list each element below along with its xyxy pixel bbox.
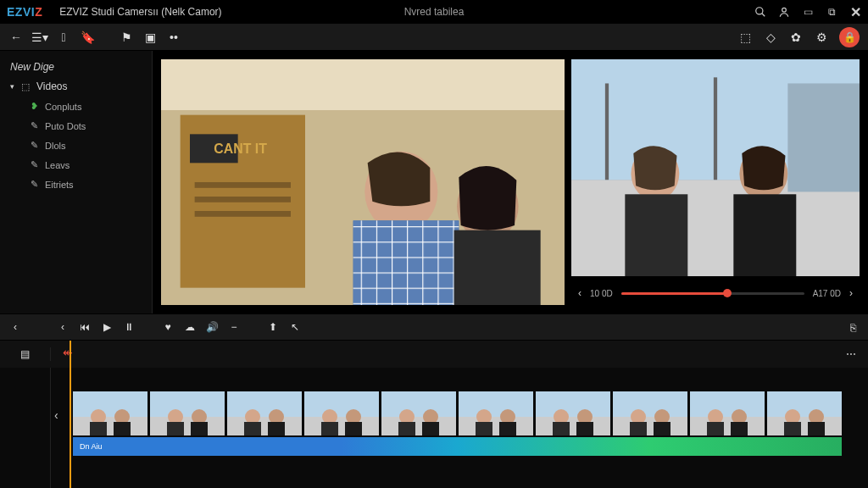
- tl-brush-icon[interactable]: ↖: [288, 320, 302, 334]
- record-button[interactable]: 🔒: [839, 27, 860, 47]
- edit-icon: ✎: [31, 179, 38, 190]
- tl-nav-left-icon[interactable]: ‹: [8, 320, 22, 334]
- preview-secondary[interactable]: [571, 59, 860, 276]
- scrubber[interactable]: [621, 292, 804, 295]
- tl-cut-icon[interactable]: ⬆: [266, 320, 280, 334]
- svg-rect-65: [536, 417, 610, 435]
- svg-rect-59: [459, 417, 533, 435]
- sidebar-item-conpluts[interactable]: ❥ Conpluts: [0, 97, 152, 116]
- svg-rect-61: [476, 422, 492, 435]
- clip-thumb[interactable]: [150, 391, 225, 435]
- sidebar-root-label: Videos: [36, 80, 67, 92]
- bookmark-icon[interactable]: 🔖: [80, 30, 95, 45]
- svg-rect-35: [150, 417, 225, 435]
- preview-main[interactable]: CANT IT: [161, 59, 565, 305]
- svg-rect-46: [304, 391, 379, 417]
- svg-rect-20: [571, 180, 860, 276]
- svg-rect-21: [787, 83, 860, 191]
- svg-rect-13: [353, 220, 459, 305]
- sidebar-item-eitriets[interactable]: ✎ Eitriets: [0, 175, 152, 194]
- search-icon[interactable]: [754, 6, 766, 18]
- svg-point-2: [782, 8, 787, 12]
- svg-rect-63: [499, 422, 516, 435]
- window-title: EZVIZ Studi Camersıı (Nelk Camor): [59, 6, 221, 18]
- sidebar-item-dlols[interactable]: ✎ Dlols: [0, 136, 152, 155]
- svg-text:CANT IT: CANT IT: [214, 141, 267, 156]
- svg-rect-75: [654, 422, 670, 435]
- sidebar-item-videos[interactable]: ▾ ⬚ Videos: [0, 76, 152, 97]
- svg-rect-52: [381, 391, 456, 417]
- video-track[interactable]: [73, 391, 868, 435]
- clip-thumb[interactable]: [690, 391, 765, 435]
- tl-heart-icon[interactable]: ♥: [161, 320, 175, 334]
- chevron-down-icon: ▾: [10, 82, 14, 91]
- audio-track-label: Dn Aiu: [80, 442, 103, 451]
- clip-thumb[interactable]: [304, 391, 379, 435]
- sidebar-item-label: Puto Dots: [45, 121, 86, 131]
- clip-thumb[interactable]: [227, 391, 302, 435]
- tl-list-icon[interactable]: ▤: [19, 347, 32, 361]
- tl-play-icon[interactable]: ▶: [100, 320, 114, 334]
- tl-cloud-icon[interactable]: ☁: [183, 320, 197, 334]
- sidebar-item-puto-dots[interactable]: ✎ Puto Dots: [0, 116, 152, 136]
- tl-opts-icon[interactable]: ⋯: [844, 347, 858, 361]
- main-area: New Dige ▾ ⬚ Videos ❥ Conpluts ✎ Puto Do…: [0, 51, 868, 313]
- next-icon[interactable]: ›: [849, 287, 853, 299]
- svg-rect-76: [690, 391, 765, 417]
- sidebar-header: New Dige: [0, 58, 152, 76]
- timeline-toolbar: ‹ ‹ ⏮ ▶ ⏸ ♥ ☁ 🔊 − ⬆ ↖ ⎘: [0, 313, 868, 341]
- scrubber-handle[interactable]: [723, 289, 732, 297]
- window-icon[interactable]: ⧉: [826, 6, 837, 18]
- timeline-header: ▤ ↞ ⋯: [0, 341, 868, 368]
- playhead[interactable]: [70, 341, 71, 488]
- clip-thumb[interactable]: [536, 391, 610, 435]
- clip-thumb[interactable]: [767, 391, 842, 435]
- prev-icon[interactable]: ‹: [578, 287, 581, 299]
- edit-icon: ✎: [31, 140, 38, 151]
- tl-scroll-left-icon[interactable]: ‹: [54, 408, 58, 422]
- sidebar-item-label: Dlols: [45, 141, 65, 151]
- tl-export-icon[interactable]: ⎘: [846, 321, 860, 335]
- tl-audio-icon[interactable]: 🔊: [205, 320, 219, 334]
- svg-rect-53: [381, 417, 456, 435]
- user-icon[interactable]: [778, 6, 790, 18]
- dots-icon[interactable]: ••: [166, 30, 181, 45]
- svg-rect-31: [90, 422, 107, 435]
- svg-rect-73: [630, 422, 647, 435]
- svg-rect-8: [195, 182, 291, 188]
- svg-rect-58: [459, 391, 533, 417]
- tool-search-icon[interactable]: ⬚: [737, 30, 753, 45]
- playhead-marker-icon[interactable]: ↞: [63, 346, 73, 359]
- flag-icon[interactable]: ⚑: [119, 30, 134, 45]
- menu-icon[interactable]: ☰▾: [32, 30, 47, 45]
- audio-track[interactable]: Dn Aiu: [73, 437, 842, 456]
- svg-rect-43: [244, 422, 261, 435]
- app-logo: EZVIZ: [7, 5, 42, 19]
- sidebar-item-leavs[interactable]: ✎ Leavs: [0, 155, 152, 175]
- clip-thumb[interactable]: [613, 391, 687, 435]
- tool-tag-icon[interactable]: ◇: [763, 30, 778, 45]
- back-icon[interactable]: ←: [8, 30, 24, 45]
- timeline-tracks: ‹ Dn Aiu: [0, 368, 868, 488]
- tool-star-icon[interactable]: ✿: [788, 30, 804, 45]
- svg-rect-41: [227, 417, 302, 435]
- svg-rect-45: [268, 422, 285, 435]
- screen-icon[interactable]: ▣: [142, 30, 158, 45]
- maximize-icon[interactable]: ▭: [802, 6, 814, 18]
- close-icon[interactable]: ✕: [849, 6, 861, 18]
- timeline-track-labels: [0, 368, 51, 488]
- tool-gear-icon[interactable]: ⚙: [814, 30, 829, 45]
- clip-thumb[interactable]: [381, 391, 456, 435]
- tl-prev-icon[interactable]: ‹: [56, 320, 70, 334]
- clip-thumb[interactable]: [73, 391, 147, 435]
- bird-icon[interactable]: 𓅰: [56, 30, 71, 45]
- svg-rect-70: [613, 391, 687, 417]
- clip-thumb[interactable]: [459, 391, 533, 435]
- svg-rect-57: [422, 422, 439, 435]
- svg-rect-4: [161, 59, 565, 110]
- tl-rewind-icon[interactable]: ⏮: [78, 320, 92, 334]
- tl-pause-icon[interactable]: ⏸: [122, 320, 136, 334]
- svg-rect-85: [784, 422, 801, 435]
- tl-minus-icon[interactable]: −: [227, 320, 241, 334]
- videos-icon: ⬚: [21, 81, 30, 92]
